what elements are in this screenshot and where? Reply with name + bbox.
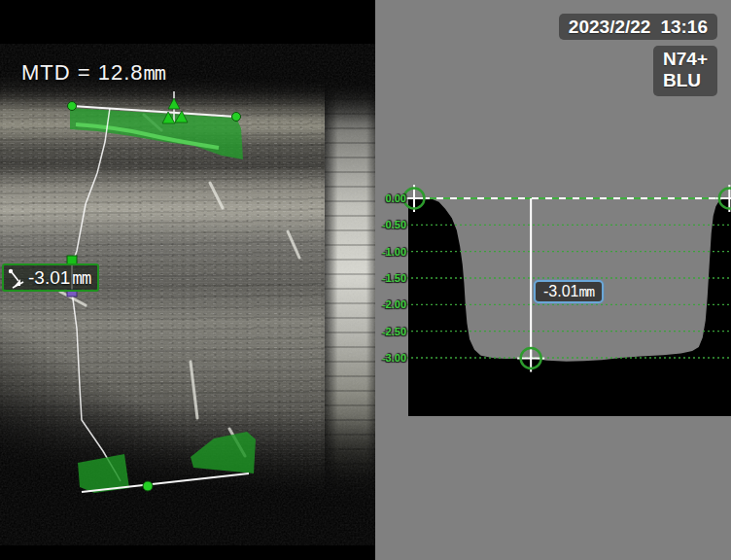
scope-type-badge: N74+ BLU — [653, 46, 717, 96]
noise-texture — [0, 86, 375, 504]
chart-depth-label[interactable]: -3.01mm — [534, 280, 604, 303]
date-text: 2023/2/22 — [569, 17, 651, 37]
time-text: 13:16 — [660, 17, 708, 37]
depth-tag-value: -3.01 — [28, 267, 70, 289]
mtd-text: MTD = 12.8 — [21, 60, 144, 85]
timestamp-badge: 2023/2/2213:16 — [559, 14, 717, 40]
depth-measure-icon — [7, 267, 26, 289]
reference-endpoint-dot[interactable] — [143, 481, 153, 491]
mtd-readout: MTD = 12.8mm — [21, 60, 165, 86]
y-axis-tick-label: -2.00 — [382, 298, 406, 310]
chart-depth-unit: mm — [578, 283, 594, 299]
y-axis-tick-label: -0.50 — [382, 219, 406, 230]
mtd-unit: mm — [144, 61, 165, 85]
chart-depth-value: -3.01 — [543, 283, 578, 299]
depth-value-tag[interactable]: -3.01mm — [2, 263, 99, 292]
live-view-panel: MTD = 12.8mm -3.01mm — [0, 0, 375, 560]
scope-line1: N74+ — [663, 49, 708, 70]
y-axis-tick-label: 0.00 — [386, 192, 406, 204]
profile-chart-panel: -3.01mm 2023/2/2213:16 N74+ BLU 0.00-0.5… — [375, 0, 731, 560]
y-axis-tick-label: -1.00 — [382, 245, 406, 257]
reference-endpoint-dot[interactable] — [68, 102, 77, 111]
measurement-screen: MTD = 12.8mm -3.01mm -3.01mm 2023/2/2213… — [0, 0, 731, 560]
y-axis-tick-label: -2.50 — [382, 325, 406, 336]
y-axis-tick-label: -3.00 — [382, 352, 406, 364]
profile-area — [408, 198, 731, 416]
scope-line2: BLU — [663, 70, 708, 91]
reference-endpoint-dot[interactable] — [232, 113, 241, 122]
y-axis-tick-label: -1.50 — [382, 272, 406, 284]
depth-tag-unit: mm — [72, 268, 90, 288]
